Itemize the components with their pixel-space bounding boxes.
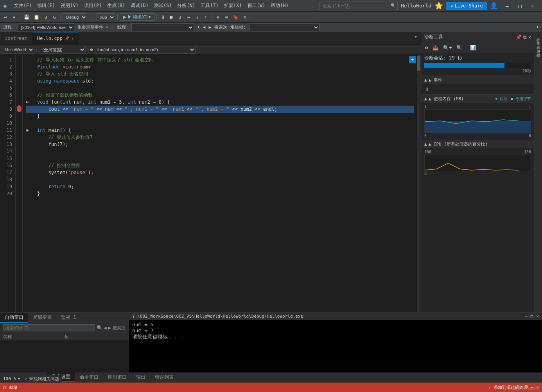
thread-select[interactable] [131, 23, 194, 31]
tab-error-list[interactable]: 错误列表 [150, 373, 178, 382]
events-collapse[interactable]: ▲ ▲ 事件 [421, 76, 534, 84]
lifecycle-label: 生命周期事件 ▾ [77, 24, 108, 30]
menu-test[interactable]: 测试(S) [152, 2, 174, 10]
arch-select[interactable]: x86 [97, 13, 115, 21]
stack-select[interactable] [249, 23, 319, 31]
diag-chart-icon[interactable]: 📊 [468, 44, 477, 51]
memory-collapse[interactable]: ▲ ▲ 进程内存 (MB) ▼ 快照 ● 专用字节 [421, 94, 534, 103]
tab-command-window[interactable]: 命令窗口 [75, 373, 103, 382]
console-win-btns: — □ × [525, 314, 539, 319]
breadcrumb-func-select[interactable]: fun(int num, int num1, int num2) [94, 46, 196, 54]
diag-close-icon[interactable]: ✕ [528, 34, 531, 40]
menu-project[interactable]: 项目(P) [82, 2, 104, 10]
editor-scrollbar[interactable] [417, 55, 421, 312]
debug-config-select[interactable]: Debug [63, 13, 87, 21]
live-share-button[interactable]: ↗ Live Share [446, 2, 486, 10]
memory-max-label: 1 [424, 104, 427, 109]
diag-export-icon[interactable]: 📤 [431, 44, 440, 51]
maximize-button[interactable]: □ [513, 1, 526, 11]
debug-toolbar: ↩ ↪ 💾 📋 ↺ ↻ Debug | x86 ▶ ▶ 继续(C) ▾ ⏸ ⏺ … [0, 12, 542, 23]
sidebar-icon-2[interactable]: 事件 [536, 38, 541, 41]
nav-fwd-icon[interactable]: ▶ [208, 25, 211, 30]
console-line-2: num = 7 [132, 327, 539, 333]
menu-file[interactable]: 文件(F) [12, 2, 34, 10]
restart-btn[interactable]: ↺ [176, 14, 184, 21]
sidebar-icon-5[interactable]: 线程 [536, 49, 541, 52]
console-maximize-btn[interactable]: □ [531, 314, 533, 319]
step-into-btn[interactable]: ↓ [193, 14, 201, 21]
menu-window[interactable]: 窗口(W) [245, 2, 268, 10]
breakpoint-btn[interactable]: ⊕ [214, 14, 222, 21]
code-line-19: return 0; [26, 183, 414, 190]
menu-view[interactable]: 视图(V) [58, 2, 81, 10]
menu-bar: 文件(F) 编辑(E) 视图(V) 项目(P) 生成(B) 调试(D) 测试(S… [12, 2, 291, 10]
step-over-btn[interactable]: → [185, 14, 192, 21]
close-button[interactable]: × [526, 1, 539, 11]
bookmark-btn[interactable]: 🔖 [231, 14, 240, 21]
menu-analyze[interactable]: 分析(N) [175, 2, 197, 10]
tab-auto-window[interactable]: 自动窗口 [0, 313, 28, 323]
more-btn[interactable]: ⚙ [241, 14, 249, 21]
sidebar-icon-1[interactable]: 统计 [536, 34, 541, 37]
breadcrumb-file-select[interactable]: HelloWorld [2, 46, 34, 54]
breakpoint2-btn[interactable]: ⊖ [223, 14, 230, 21]
menu-edit[interactable]: 编辑(E) [35, 2, 57, 10]
diag-settings-icon[interactable]: ⚙ [424, 44, 429, 51]
toolbar-save2-btn[interactable]: 📋 [32, 14, 41, 21]
iostream-tab-label: iostream [5, 36, 27, 41]
tab-watch1[interactable]: 监视 1 [56, 313, 81, 323]
console-close-btn[interactable]: × [536, 314, 539, 319]
toolbar-undo-btn[interactable]: ↺ [42, 14, 50, 21]
tab-scroll-right[interactable]: ▸ [412, 32, 421, 44]
toolbar-back-btn[interactable]: ↩ [2, 14, 9, 21]
record-btn[interactable]: ⏺ [167, 14, 175, 21]
process-select[interactable]: [20164] HelloWorld.exe [18, 23, 74, 31]
continue-button[interactable]: ▶ ▶ 继续(C) ▾ [120, 13, 154, 21]
code-line-17: system("pause"); [26, 169, 414, 176]
zoom-dropdown-icon[interactable]: ▾ [18, 376, 20, 381]
menu-extensions[interactable]: 扩展(X) [222, 2, 244, 10]
tab-local-vars[interactable]: 局部变量 [28, 313, 56, 323]
auto-search-input[interactable] [3, 324, 95, 331]
minimize-button[interactable]: — [501, 1, 513, 11]
menu-debug[interactable]: 调试(D) [128, 2, 151, 10]
sidebar-icon-3[interactable]: 内存 [536, 41, 541, 45]
toolbar-save-btn[interactable]: 💾 [22, 14, 31, 21]
diag-pin-icon[interactable]: 📌 [516, 34, 522, 40]
toolbar-forward-btn[interactable]: ↪ [10, 14, 18, 21]
menu-help[interactable]: 帮助(H) [268, 2, 291, 10]
memory-legend-snapshot: ▼ 快照 [495, 96, 508, 102]
cpu-collapse[interactable]: ▲ ▲ CPU (所有处理器的百分比) [421, 140, 534, 148]
diag-float-icon[interactable]: ⧉ [523, 34, 527, 40]
add-breakpoint-btn[interactable]: + [409, 56, 416, 63]
tab-close-icon[interactable]: ✕ [72, 36, 74, 41]
sidebar-icon-4[interactable]: 调用 [536, 45, 541, 49]
console-path-label: Y:\002_WorkSpace\002_VS\HelloWorld\Hello… [132, 314, 303, 319]
vs-logo: ◆ [3, 2, 7, 9]
pause-btn[interactable]: ⏸ [159, 14, 167, 21]
diag-session-label: 诊断会话: [424, 55, 446, 61]
toolbar-redo-btn[interactable]: ↻ [50, 14, 58, 21]
nav-back-icon[interactable]: ◀ [203, 25, 206, 30]
tab-iostream[interactable]: iostream [0, 32, 32, 44]
diag-zoom-out-icon[interactable]: 🔍- [455, 44, 467, 51]
app-icon: ⭐ [434, 2, 443, 10]
global-search-input[interactable] [319, 2, 398, 10]
console-minimize-btn[interactable]: — [525, 314, 528, 319]
diag-zoom-in-icon[interactable]: 🔍+ [441, 44, 453, 51]
scrollbar-thumb[interactable] [417, 56, 420, 71]
breadcrumb-scope-select[interactable]: (全局范围) [39, 46, 86, 54]
cpu-chart-area [424, 155, 531, 171]
auto-nav-fwd[interactable]: ▶ [108, 325, 111, 331]
step-out-btn[interactable]: ↑ [202, 14, 210, 21]
tab-hello-cpp[interactable]: Hello.cpp 📌 ✕ [32, 32, 79, 44]
menu-tools[interactable]: 工具(T) [198, 2, 221, 10]
tab-output[interactable]: 输出 [131, 373, 150, 382]
events-play-icon[interactable]: ⏸ [424, 86, 429, 92]
tab-immediate-window[interactable]: 即时窗口 [103, 373, 131, 382]
code-content[interactable]: // 导入标准 io 流头文件 其中定义了 std 命名空间 #include … [23, 55, 417, 312]
menu-build[interactable]: 生成(B) [105, 2, 127, 10]
auto-nav-back[interactable]: ◀ [104, 325, 107, 331]
watermark: CSDN @ 韩朋亮 [508, 385, 542, 392]
profile-icon[interactable]: 👤 [490, 2, 498, 9]
